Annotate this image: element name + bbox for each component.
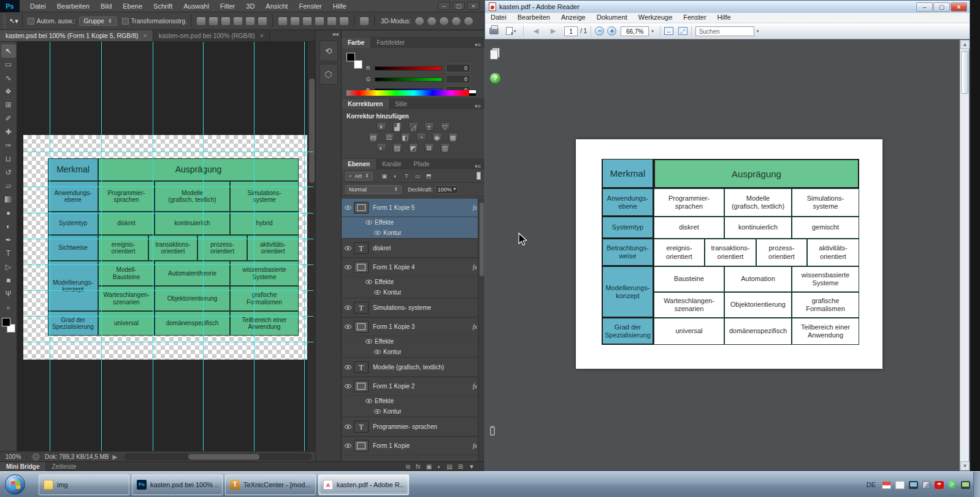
- blur-tool-icon[interactable]: ●: [1, 206, 16, 220]
- quick-selection-tool-icon[interactable]: ❖: [1, 85, 16, 98]
- distribute-bottom-edges-icon[interactable]: [303, 17, 312, 25]
- attachments-icon[interactable]: [490, 426, 495, 436]
- foreground-color-swatch[interactable]: [346, 53, 355, 61]
- menu-werkzeuge[interactable]: Werkzeuge: [633, 13, 678, 23]
- fit-page-button[interactable]: ⤢: [678, 27, 687, 35]
- stroke-visibility-icon[interactable]: [371, 231, 383, 235]
- menu-datei[interactable]: Datei: [25, 0, 52, 12]
- flag-icon[interactable]: [882, 481, 891, 489]
- layer-mask-icon[interactable]: ▣: [426, 463, 432, 471]
- guide-vertical[interactable]: [304, 42, 305, 451]
- posterize-icon[interactable]: ▨: [392, 143, 402, 152]
- gradient-tool-icon[interactable]: [1, 193, 16, 206]
- channel-mixer-icon[interactable]: ◉: [432, 133, 442, 141]
- menu-filter[interactable]: Filter: [215, 0, 240, 12]
- status-menu-arrow-icon[interactable]: ▶: [113, 453, 118, 460]
- menu-schrift[interactable]: Schrift: [148, 0, 178, 12]
- spectrum-bw-swatches[interactable]: [469, 90, 476, 96]
- distribute-vertical-centers-icon[interactable]: [291, 17, 299, 25]
- align-horizontal-centers-icon[interactable]: [246, 17, 255, 25]
- show-desktop-button[interactable]: [973, 472, 980, 497]
- rectangular-marquee-tool-icon[interactable]: ▭: [1, 58, 16, 71]
- lasso-tool-icon[interactable]: ∿: [1, 71, 16, 85]
- type-tool-icon[interactable]: T: [1, 247, 16, 260]
- layer-visibility-icon[interactable]: [342, 425, 354, 429]
- guide-vertical[interactable]: [153, 42, 153, 451]
- search-input[interactable]: Suchen: [695, 26, 754, 36]
- channel-value[interactable]: 0: [446, 64, 470, 72]
- scroll-down-icon[interactable]: ▼: [960, 461, 970, 471]
- distribute-left-edges-icon[interactable]: [315, 17, 324, 25]
- close-icon[interactable]: ×: [951, 2, 967, 12]
- spot-healing-brush-tool-icon[interactable]: ✚: [1, 125, 16, 139]
- help-icon[interactable]: ?: [490, 73, 500, 83]
- tab-mini-bridge[interactable]: Mini Bridge: [0, 462, 45, 471]
- menu-fenster[interactable]: Fenster: [293, 0, 327, 12]
- distribute-right-edges-icon[interactable]: [340, 17, 348, 25]
- channel-slider[interactable]: [375, 66, 442, 71]
- photo-filter-icon[interactable]: ◔: [416, 133, 426, 141]
- effects-visibility-icon[interactable]: [362, 220, 375, 225]
- zoom-level[interactable]: 100%: [0, 453, 27, 460]
- maximize-icon[interactable]: ▢: [453, 2, 465, 10]
- distribute-top-edges-icon[interactable]: [278, 17, 287, 25]
- taskbar-item-3[interactable]: TTeXnicCenter - [mod...: [225, 474, 316, 495]
- zoom-in-button[interactable]: +: [607, 26, 616, 36]
- layer-visibility-icon[interactable]: [342, 246, 354, 250]
- previous-page-button[interactable]: ◀: [529, 25, 543, 37]
- menu-datei[interactable]: Datei: [485, 13, 512, 23]
- pen-tool-icon[interactable]: ✒: [1, 233, 16, 247]
- move-tool-preset-icon[interactable]: ↖▾: [9, 17, 18, 25]
- delete-layer-icon[interactable]: ▼: [469, 463, 475, 471]
- auto-select-checkbox[interactable]: [28, 18, 34, 25]
- layer-row[interactable]: Form 1 Kopie 5fx▲: [342, 199, 484, 217]
- effects-visibility-icon[interactable]: [362, 339, 375, 344]
- vibrance-icon[interactable]: ▽: [440, 122, 450, 131]
- layer-visibility-icon[interactable]: [342, 384, 354, 388]
- layer-visibility-icon[interactable]: [342, 444, 354, 448]
- page-number-input[interactable]: 1: [564, 26, 578, 36]
- align-vertical-centers-icon[interactable]: [209, 17, 218, 25]
- 3d-rotate-icon[interactable]: [415, 17, 424, 25]
- close-tab-icon[interactable]: ×: [144, 32, 147, 39]
- layer-row[interactable]: Tdiskret: [342, 239, 484, 258]
- levels-icon[interactable]: ▟: [392, 122, 402, 131]
- move-tool-icon[interactable]: ↖: [1, 44, 16, 58]
- type-layers-filter-icon[interactable]: T: [403, 172, 410, 180]
- brush-tool-icon[interactable]: ✑: [1, 139, 16, 152]
- effects-visibility-icon[interactable]: [362, 399, 375, 403]
- align-bottom-edges-icon[interactable]: [221, 17, 230, 25]
- menu-auswahl[interactable]: Auswahl: [178, 0, 215, 12]
- stroke-visibility-icon[interactable]: [371, 290, 383, 295]
- invert-icon[interactable]: ◐: [377, 143, 386, 152]
- panel-menu-icon[interactable]: ▾≡: [475, 103, 484, 109]
- guide-horizontal[interactable]: [23, 316, 313, 317]
- reader-scrollbar[interactable]: ▲ ▼: [960, 40, 969, 471]
- menu-bild[interactable]: Bild: [95, 0, 117, 12]
- layer-stroke-row[interactable]: Kontur: [342, 406, 484, 417]
- tab-ebenen[interactable]: Ebenen: [342, 159, 376, 169]
- exposure-icon[interactable]: ±: [424, 122, 434, 131]
- layer-row[interactable]: Form 1 Kopie 3fx▲: [342, 318, 484, 336]
- hand-tool-icon[interactable]: Ψ: [1, 287, 16, 301]
- color-balance-icon[interactable]: ⚖: [385, 133, 394, 141]
- network-icon[interactable]: [961, 481, 970, 489]
- layer-effects-row[interactable]: Effekte: [342, 277, 484, 287]
- path-selection-tool-icon[interactable]: ▷: [1, 260, 16, 274]
- tab-zeitleiste[interactable]: Zeitleiste: [45, 462, 82, 471]
- layer-visibility-icon[interactable]: [342, 365, 354, 369]
- eyedropper-tool-icon[interactable]: ✐: [1, 112, 16, 125]
- shape-layers-filter-icon[interactable]: ▭: [414, 172, 421, 180]
- tab-pfade[interactable]: Pfade: [407, 159, 435, 169]
- layer-row[interactable]: Form 1 Kopie 4fx▲: [342, 258, 484, 277]
- document-tab-1[interactable]: kasten.psd bei 100% (Form 1 Kopie 5, RGB…: [0, 30, 153, 41]
- menu-ebene[interactable]: Ebene: [117, 0, 148, 12]
- 3d-scale-icon[interactable]: [464, 17, 473, 25]
- expand-panels-icon[interactable]: ◀◀: [316, 31, 341, 38]
- layer-effects-row[interactable]: Effekte: [342, 396, 484, 406]
- foreground-background-swatches[interactable]: [346, 53, 362, 69]
- menu-dokument[interactable]: Dokument: [591, 13, 633, 23]
- brightness-contrast-icon[interactable]: ☀: [377, 122, 386, 131]
- smart-objects-filter-icon[interactable]: ⬒: [425, 172, 432, 180]
- guide-vertical[interactable]: [101, 42, 102, 451]
